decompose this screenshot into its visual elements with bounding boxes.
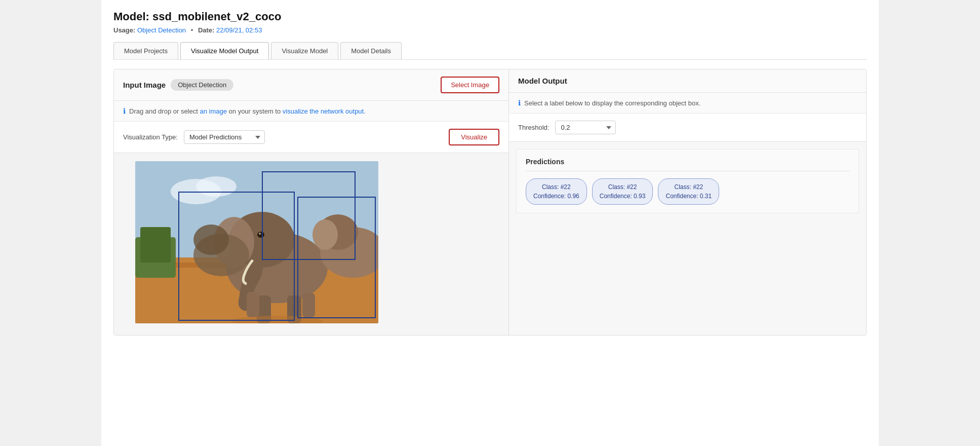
svg-point-20	[193, 225, 229, 255]
chip-0-confidence: Confidence: 0.96	[533, 192, 579, 201]
info-icon: ℹ	[123, 107, 126, 115]
right-info-text: Select a label below to display the corr…	[524, 99, 700, 107]
page-wrapper: Model: ssd_mobilenet_v2_coco Usage: Obje…	[101, 0, 879, 446]
threshold-select[interactable]: 0.1 0.2 0.3 0.4 0.5	[555, 121, 616, 134]
elephant-image	[135, 161, 378, 323]
date-label: Date:	[198, 26, 215, 34]
tab-visualize-model[interactable]: Visualize Model	[271, 42, 338, 59]
header-meta: Usage: Object Detection • Date: 22/09/21…	[113, 26, 867, 34]
svg-point-6	[196, 176, 237, 197]
right-panel-header: Model Output	[509, 69, 866, 93]
predictions-chips: Class: #22 Confidence: 0.96 Class: #22 C…	[526, 178, 849, 205]
svg-point-18	[312, 219, 338, 250]
prediction-chip-1[interactable]: Class: #22 Confidence: 0.93	[592, 178, 653, 205]
viz-controls: Visualization Type: Model Predictions Fe…	[114, 122, 508, 153]
tab-model-projects[interactable]: Model Projects	[113, 42, 178, 59]
left-info-bar: ℹ Drag and drop or select an image on yo…	[114, 101, 508, 122]
object-detection-badge: Object Detection	[171, 79, 233, 91]
threshold-row: Threshold: 0.1 0.2 0.3 0.4 0.5	[509, 114, 866, 142]
model-title: Model: ssd_mobilenet_v2_coco	[113, 10, 867, 23]
right-info-bar: ℹ Select a label below to display the co…	[509, 93, 866, 114]
svg-rect-15	[302, 293, 315, 317]
select-image-button[interactable]: Select Image	[441, 77, 499, 93]
date-value: 22/09/21, 02:53	[216, 26, 262, 34]
svg-point-10	[257, 232, 264, 238]
info-text: Drag and drop or select an image on your…	[129, 107, 366, 115]
main-panel: Input Image Object Detection Select Imag…	[113, 69, 867, 336]
visualize-button[interactable]: Visualize	[449, 129, 499, 145]
info-link[interactable]: an image	[200, 107, 226, 115]
right-panel: Model Output ℹ Select a label below to d…	[509, 69, 866, 335]
chip-1-class: Class: #22	[600, 182, 646, 192]
chip-0-class: Class: #22	[533, 182, 579, 192]
chip-2-class: Class: #22	[665, 182, 712, 192]
prediction-chip-0[interactable]: Class: #22 Confidence: 0.96	[526, 178, 587, 205]
svg-point-11	[259, 233, 261, 235]
viz-type-select[interactable]: Model Predictions Feature Maps Activatio…	[184, 130, 265, 144]
svg-rect-14	[247, 292, 259, 317]
visualize-link[interactable]: visualize the network output	[283, 107, 364, 115]
tab-bar: Model Projects Visualize Model Output Vi…	[113, 42, 867, 60]
left-panel: Input Image Object Detection Select Imag…	[114, 69, 509, 335]
svg-rect-4	[140, 227, 171, 263]
chip-2-confidence: Confidence: 0.31	[665, 192, 712, 201]
prediction-chip-2[interactable]: Class: #22 Confidence: 0.31	[658, 178, 719, 205]
predictions-title: Predictions	[526, 158, 849, 171]
image-container	[135, 161, 378, 323]
left-panel-header: Input Image Object Detection Select Imag…	[114, 69, 508, 101]
right-info-icon: ℹ	[518, 99, 521, 107]
tab-visualize-model-output[interactable]: Visualize Model Output	[180, 42, 269, 59]
image-area	[114, 153, 508, 335]
model-output-title: Model Output	[518, 77, 567, 85]
dot-separator: •	[191, 26, 193, 34]
chip-1-confidence: Confidence: 0.93	[600, 192, 646, 201]
threshold-label: Threshold:	[518, 124, 549, 131]
usage-value: Object Detection	[137, 26, 186, 34]
usage-label: Usage:	[113, 26, 135, 34]
tab-model-details[interactable]: Model Details	[340, 42, 402, 59]
predictions-section: Predictions Class: #22 Confidence: 0.96 …	[516, 149, 859, 213]
viz-type-label: Visualization Type:	[123, 133, 178, 141]
input-image-label: Input Image	[123, 81, 166, 89]
